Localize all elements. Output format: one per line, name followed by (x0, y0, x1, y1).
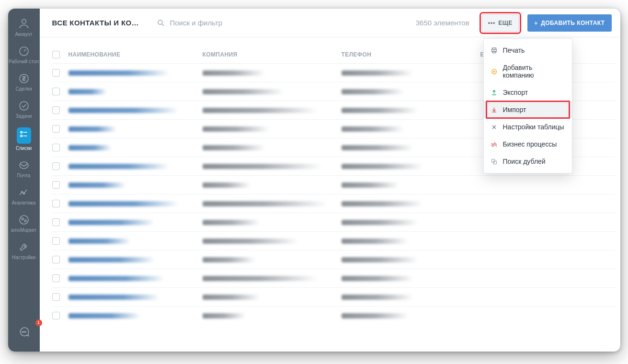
puzzle-icon (18, 214, 30, 228)
table-row[interactable] (52, 269, 616, 287)
wrench-icon (18, 241, 30, 255)
sidebar-item-label: Списки (16, 146, 32, 151)
sidebar-item-label: amoМаркет (11, 228, 36, 233)
svg-point-8 (20, 162, 28, 169)
sidebar-item-label: Аналитика (12, 200, 36, 205)
cell-phone-blurred (342, 70, 413, 76)
sidebar-item-label: Аккаунт (15, 32, 32, 37)
row-checkbox[interactable] (52, 218, 60, 226)
sidebar-item-settings[interactable]: Настройки (8, 238, 40, 265)
svg-line-18 (162, 24, 164, 26)
dropdown-item-export[interactable]: Экспорт (484, 84, 572, 101)
svg-point-3 (20, 102, 28, 110)
dropdown-item-import[interactable]: Импорт (484, 101, 572, 118)
sidebar-item-label: Задачи (16, 114, 32, 119)
dropdown-item-table-settings[interactable]: Настройки таблицы (484, 118, 572, 136)
cell-company-blurred (203, 239, 298, 244)
row-checkbox[interactable] (52, 312, 60, 319)
row-checkbox[interactable] (52, 69, 60, 77)
table-row[interactable] (52, 287, 616, 306)
row-checkbox[interactable] (52, 106, 60, 114)
row-checkbox[interactable] (52, 200, 60, 207)
cell-phone-blurred (342, 108, 418, 113)
row-checkbox[interactable] (52, 181, 60, 189)
table-row[interactable] (52, 306, 616, 325)
cell-phone-blurred (342, 89, 404, 94)
cell-name-blurred (69, 276, 164, 281)
cell-phone-blurred (342, 182, 399, 188)
row-checkbox[interactable] (52, 88, 60, 95)
sidebar-item-market[interactable]: amoМаркет (8, 210, 40, 238)
dropdown-item-print[interactable]: Печать (484, 42, 572, 59)
cell-company-blurred (203, 276, 318, 281)
dropdown-item-label: Бизнес процессы (503, 140, 557, 148)
printer-icon (491, 47, 498, 54)
table-row[interactable] (52, 213, 616, 231)
sidebar: Аккаунт Рабочий стол Сделки Задачи Списк… (8, 9, 40, 352)
sidebar-item-lists[interactable]: Списки (8, 124, 40, 156)
sidebar-item-mail[interactable]: Почта (8, 156, 40, 183)
topbar: ВСЕ КОНТАКТЫ И КО… 3650 элементов ••• ЕЩ… (40, 9, 620, 37)
cell-name-blurred (69, 126, 116, 132)
cell-company-blurred (203, 257, 255, 262)
dropdown-item-label: Экспорт (503, 89, 528, 96)
more-button[interactable]: ••• ЕЩЕ (482, 14, 519, 32)
sidebar-item-label: Настройки (12, 255, 35, 260)
cell-name-blurred (69, 257, 155, 262)
cell-name-blurred (69, 164, 169, 169)
dropdown-item-label: Поиск дублей (503, 158, 546, 165)
search-wrap[interactable] (157, 19, 407, 27)
row-checkbox[interactable] (52, 237, 60, 245)
row-checkbox[interactable] (52, 125, 60, 133)
sidebar-item-deals[interactable]: Сделки (8, 69, 40, 96)
row-checkbox[interactable] (52, 274, 60, 282)
table-row[interactable] (52, 250, 616, 269)
dollar-icon (18, 73, 30, 86)
cell-name-blurred (69, 89, 107, 94)
table-row[interactable] (52, 175, 616, 194)
cell-phone-blurred (342, 201, 423, 206)
row-checkbox[interactable] (52, 256, 60, 263)
table-row[interactable] (52, 231, 616, 250)
check-circle-icon (18, 100, 30, 114)
cell-company-blurred (203, 145, 265, 150)
cell-company-blurred (203, 89, 284, 94)
sidebar-item-chat[interactable]: 1 (8, 322, 40, 345)
cell-company-blurred (203, 220, 260, 225)
sidebar-item-tasks[interactable]: Задачи (8, 96, 40, 124)
cell-company-blurred (203, 295, 260, 300)
cell-name-blurred (69, 108, 179, 113)
search-input[interactable] (170, 19, 407, 27)
svg-point-11 (20, 216, 28, 224)
col-header-company[interactable]: КОМПАНИЯ (203, 51, 342, 58)
row-checkbox[interactable] (52, 293, 60, 301)
row-checkbox[interactable] (52, 162, 60, 170)
dropdown-item-processes[interactable]: Бизнес процессы (484, 136, 572, 153)
dropdown-item-add-company[interactable]: Добавить компанию (484, 59, 572, 84)
cell-phone-blurred (342, 145, 413, 150)
svg-rect-6 (21, 135, 22, 136)
table-row[interactable] (52, 194, 616, 213)
svg-rect-31 (493, 161, 496, 164)
cell-phone-blurred (342, 239, 409, 244)
svg-point-15 (23, 331, 24, 332)
sidebar-item-account[interactable]: Аккаунт (8, 13, 40, 42)
svg-rect-21 (492, 51, 495, 53)
dropdown-item-duplicates[interactable]: Поиск дублей (484, 153, 572, 170)
cell-phone-blurred (342, 276, 413, 281)
cell-company-blurred (203, 164, 322, 169)
cell-company-blurred (203, 108, 318, 113)
sidebar-item-analytics[interactable]: Аналитика (8, 183, 40, 210)
sidebar-item-dashboard[interactable]: Рабочий стол (8, 42, 40, 69)
list-icon (17, 127, 31, 144)
cell-name-blurred (69, 313, 140, 318)
col-header-name[interactable]: НАИМЕНОВАНИЕ (69, 51, 203, 58)
dropdown-item-label: Печать (503, 46, 525, 54)
dropdown-item-label: Импорт (503, 106, 526, 114)
row-checkbox[interactable] (52, 144, 60, 151)
svg-rect-4 (21, 132, 22, 133)
col-header-phone[interactable]: ТЕЛЕФОН (342, 51, 480, 58)
add-contact-button[interactable]: + ДОБАВИТЬ КОНТАКТ (527, 14, 612, 32)
dots-icon: ••• (488, 20, 496, 26)
select-all-checkbox[interactable] (52, 51, 60, 58)
